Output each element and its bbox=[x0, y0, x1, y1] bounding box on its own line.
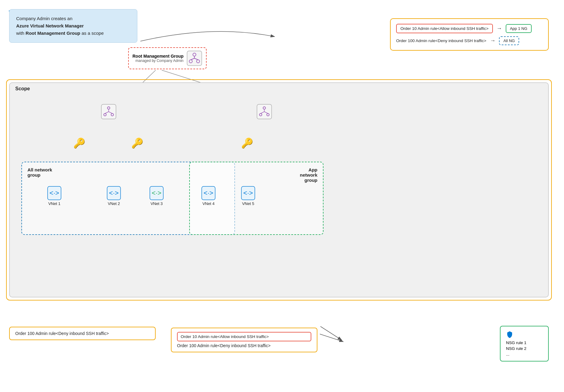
vnet4-icon: <·> bbox=[201, 186, 215, 200]
sub-mg-left-icon bbox=[101, 104, 117, 120]
svg-text:<·>: <·> bbox=[152, 189, 161, 197]
vnet2-icon: <·> bbox=[107, 186, 121, 200]
info-box: Company Admin creates an Azure Virtual N… bbox=[9, 9, 137, 43]
rule-row-2: Order 100 Admin rule<Deny inbound SSH tr… bbox=[396, 36, 543, 45]
vnet5-item: <·> VNet 5 bbox=[241, 186, 255, 206]
svg-line-55 bbox=[320, 334, 343, 342]
bottom-rule-right: Order 10 Admin rule<Allow inbound SSH tr… bbox=[171, 328, 317, 352]
info-line3b: Root Management Group bbox=[26, 31, 80, 36]
all-ng-label: All networkgroup bbox=[27, 167, 52, 178]
vnet2-item: <·> VNet 2 bbox=[107, 186, 121, 206]
nsg-line3: ... bbox=[506, 352, 543, 357]
key-icon-3: 🔑 bbox=[241, 138, 253, 149]
vnet1-icon: <·> bbox=[47, 186, 61, 200]
nsg-line2: NSG rule 2 bbox=[506, 346, 543, 351]
vnet2-label: VNet 2 bbox=[108, 201, 120, 206]
vnet3-label: VNet 3 bbox=[150, 201, 163, 206]
nsg-line1: NSG rule 1 bbox=[506, 340, 543, 345]
subscription-key-1: 🔑 bbox=[73, 137, 85, 149]
svg-line-19 bbox=[320, 326, 342, 340]
svg-text:<·>: <·> bbox=[243, 189, 253, 197]
nsg-box: NSG rule 1 NSG rule 2 ... bbox=[500, 326, 549, 361]
root-mg-labels: Root Management Group managed by Company… bbox=[132, 54, 183, 63]
rule2-text: Order 100 Admin rule<Deny inbound SSH tr… bbox=[396, 38, 486, 43]
root-mg-icon bbox=[186, 50, 202, 66]
bottom-rule-right-outer: Order 100 Admin rule<Deny inbound SSH tr… bbox=[177, 343, 311, 348]
root-mg-box: Root Management Group managed by Company… bbox=[128, 47, 207, 69]
sub-mg-right-icon bbox=[256, 104, 272, 120]
key-icon-1: 🔑 bbox=[73, 138, 85, 149]
rule1-arrow: → bbox=[497, 25, 502, 32]
vnet5-icon: <·> bbox=[241, 186, 255, 200]
vnet4-label: VNet 4 bbox=[202, 201, 215, 206]
app-ng-label: Appnetworkgroup bbox=[300, 167, 317, 183]
key-icon-2: 🔑 bbox=[131, 138, 143, 149]
rule1-text: Order 10 Admin rule<Allow inbound SSH tr… bbox=[396, 24, 493, 33]
info-line3a: with bbox=[16, 31, 24, 36]
vnet3-icon: <·> bbox=[150, 186, 164, 200]
svg-text:<·>: <·> bbox=[49, 189, 59, 197]
svg-text:<·>: <·> bbox=[109, 189, 119, 197]
vnet5-label: VNet 5 bbox=[242, 201, 254, 206]
vnet4-item: <·> VNet 4 bbox=[201, 186, 215, 206]
rule-row-1: Order 10 Admin rule<Allow inbound SSH tr… bbox=[396, 24, 543, 33]
shield-icon bbox=[506, 331, 513, 338]
subscription-key-3: 🔑 bbox=[241, 137, 253, 149]
bottom-rule-right-inner: Order 10 Admin rule<Allow inbound SSH tr… bbox=[177, 332, 311, 341]
info-box-text: Company Admin creates an Azure Virtual N… bbox=[16, 15, 130, 37]
sub-mg-left bbox=[101, 104, 117, 120]
vnet3-item: <·> VNet 3 bbox=[150, 186, 164, 206]
svg-text:<·>: <·> bbox=[204, 189, 213, 197]
top-rules-box: Order 10 Admin rule<Allow inbound SSH tr… bbox=[390, 18, 549, 51]
info-line1: Company Admin creates an bbox=[16, 16, 72, 21]
info-line2: Azure Virtual Network Manager bbox=[16, 23, 84, 28]
root-mg-title: Root Management Group bbox=[132, 54, 183, 59]
diagram-container: <·> Company Admin creates an Azure Virtu… bbox=[0, 0, 564, 392]
scope-label: Scope bbox=[15, 86, 30, 92]
vnet1-label: VNet 1 bbox=[48, 201, 60, 206]
rule1-badge: App 1 NG bbox=[506, 24, 532, 33]
bottom-rule-left-text: Order 100 Admin rule<Deny inbound SSH tr… bbox=[15, 331, 109, 336]
rule2-arrow: → bbox=[490, 38, 495, 44]
vnet1-item: <·> VNet 1 bbox=[47, 186, 61, 206]
info-line3c: as a scope bbox=[81, 31, 104, 36]
subscription-key-2: 🔑 bbox=[131, 137, 143, 149]
bottom-rule-left: Order 100 Admin rule<Deny inbound SSH tr… bbox=[9, 327, 156, 340]
root-mg-subtitle: managed by Company Admin bbox=[132, 59, 183, 63]
rule2-badge: All NG bbox=[499, 36, 519, 45]
sub-mg-right bbox=[256, 104, 272, 120]
